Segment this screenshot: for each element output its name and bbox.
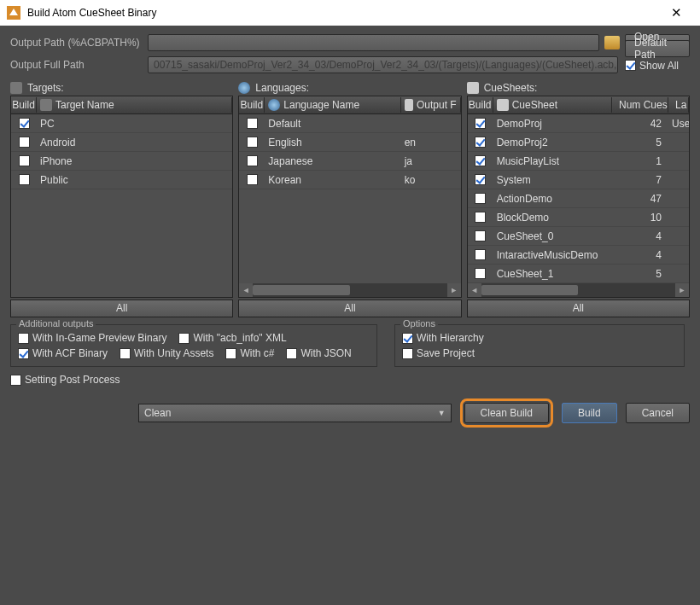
build-checkbox[interactable] <box>11 116 37 131</box>
table-row[interactable]: Public <box>11 171 232 189</box>
build-checkbox[interactable] <box>468 266 493 281</box>
la-cell <box>668 197 689 201</box>
build-checkbox[interactable] <box>468 229 493 243</box>
option-checkbox[interactable]: Save Project <box>402 347 677 359</box>
table-row[interactable]: iPhone <box>11 152 232 171</box>
scroll-right-icon[interactable]: ► <box>675 283 689 297</box>
table-row[interactable]: CueSheet_0 4 <box>468 227 689 246</box>
show-all-checkbox[interactable]: Show All <box>625 60 690 72</box>
scroll-left-icon[interactable]: ◄ <box>239 283 253 297</box>
option-label: Save Project <box>417 347 475 359</box>
build-checkbox[interactable] <box>468 116 493 131</box>
checkbox-icon <box>247 118 258 129</box>
target-name: Android <box>37 135 232 150</box>
table-row[interactable]: CueSheet_1 5 <box>468 265 689 283</box>
table-row[interactable]: MusicPlayList 1 <box>468 152 689 171</box>
app-icon <box>7 6 20 20</box>
cuesheets-icon <box>467 82 479 94</box>
checkbox-icon <box>475 230 486 241</box>
clean-build-button[interactable]: Clean Build <box>464 403 549 423</box>
table-row[interactable]: Japanese ja <box>239 152 460 171</box>
addout-checkbox[interactable]: With c# <box>225 347 274 359</box>
addout-checkbox[interactable]: With JSON <box>286 347 351 359</box>
build-checkbox[interactable] <box>468 210 493 224</box>
cuesheets-all-button[interactable]: All <box>467 300 690 317</box>
table-row[interactable]: System 7 <box>468 171 689 189</box>
checkbox-icon <box>475 212 486 223</box>
cuesheet-name: DemoProj2 <box>493 135 612 150</box>
col-la[interactable]: La <box>668 97 689 113</box>
scroll-thumb[interactable] <box>481 285 579 295</box>
target-name: PC <box>37 116 232 131</box>
cuesheets-panel: CueSheets: Build CueSheet Num Cues La <box>467 82 690 317</box>
col-num-cues[interactable]: Num Cues <box>612 97 668 113</box>
target-name: Public <box>37 172 232 188</box>
num-cues: 5 <box>612 266 668 282</box>
build-checkbox[interactable] <box>239 154 265 168</box>
build-checkbox[interactable] <box>11 172 37 187</box>
la-cell <box>668 272 689 276</box>
cuesheets-hscrollbar[interactable]: ◄ ► <box>468 283 689 297</box>
scroll-thumb[interactable] <box>253 285 350 295</box>
option-label: With Hierarchy <box>417 332 484 344</box>
checkbox-icon <box>475 155 486 166</box>
la-cell <box>668 141 689 144</box>
cuesheet-name: BlockDemo <box>493 210 612 225</box>
col-build[interactable]: Build <box>239 97 265 113</box>
addout-checkbox[interactable]: With In-Game Preview Binary <box>18 332 166 344</box>
col-build[interactable]: Build <box>468 97 493 113</box>
checkbox-icon <box>247 155 258 166</box>
build-checkbox[interactable] <box>468 154 493 168</box>
build-checkbox[interactable] <box>468 247 493 262</box>
num-cues: 4 <box>612 229 668 244</box>
addout-checkbox[interactable]: With Unity Assets <box>120 347 213 359</box>
col-build[interactable]: Build <box>11 97 37 113</box>
table-row[interactable]: ActionDemo 47 <box>468 189 689 208</box>
checkbox-icon <box>402 348 413 359</box>
table-row[interactable]: English en <box>239 133 460 152</box>
addout-checkbox[interactable]: With ACF Binary <box>18 347 108 359</box>
addout-checkbox[interactable]: With "acb_info" XML <box>178 332 286 344</box>
show-all-label: Show All <box>639 60 679 72</box>
default-path-button[interactable]: Default Path <box>625 40 690 57</box>
output-path-input[interactable] <box>148 34 599 51</box>
build-checkbox[interactable] <box>239 172 265 187</box>
table-row[interactable]: Korean ko <box>239 171 460 189</box>
languages-hscrollbar[interactable]: ◄ ► <box>239 283 460 297</box>
build-checkbox[interactable] <box>468 135 493 149</box>
build-checkbox[interactable] <box>468 191 493 206</box>
table-row[interactable]: Default <box>239 114 460 133</box>
num-cues: 1 <box>612 154 668 169</box>
num-cues: 47 <box>612 191 668 207</box>
build-checkbox[interactable] <box>239 135 265 149</box>
col-language-name[interactable]: Language Name <box>265 97 400 113</box>
scroll-left-icon[interactable]: ◄ <box>468 283 481 297</box>
targets-all-button[interactable]: All <box>10 300 233 317</box>
col-target-name[interactable]: Target Name <box>37 97 232 113</box>
table-row[interactable]: Android <box>11 133 232 152</box>
col-output-folder[interactable]: Output F <box>401 97 461 113</box>
clean-combo[interactable]: Clean ▼ <box>138 404 452 422</box>
build-checkbox[interactable] <box>11 135 37 149</box>
table-row[interactable]: IntaractiveMusicDemo 4 <box>468 246 689 265</box>
option-checkbox[interactable]: With Hierarchy <box>402 332 677 344</box>
build-button[interactable]: Build <box>562 403 617 423</box>
num-cues: 42 <box>612 116 668 131</box>
build-checkbox[interactable] <box>11 154 37 168</box>
table-row[interactable]: BlockDemo 10 <box>468 208 689 227</box>
build-checkbox[interactable] <box>468 172 493 187</box>
table-row[interactable]: DemoProj 42 Use <box>468 114 689 133</box>
col-cuesheet[interactable]: CueSheet <box>493 97 612 113</box>
table-row[interactable]: DemoProj2 5 <box>468 133 689 152</box>
languages-all-button[interactable]: All <box>238 300 461 317</box>
table-row[interactable]: PC <box>11 114 232 133</box>
scroll-right-icon[interactable]: ► <box>447 283 461 297</box>
setting-post-process-checkbox[interactable]: Setting Post Process <box>10 374 120 386</box>
cancel-button[interactable]: Cancel <box>626 403 690 423</box>
folder-icon[interactable] <box>604 36 620 49</box>
close-icon[interactable]: ✕ <box>659 5 693 20</box>
additional-outputs-fieldset: Additional outputs With In-Game Preview … <box>10 324 377 367</box>
cuesheet-name: CueSheet_1 <box>493 266 612 282</box>
build-checkbox[interactable] <box>239 116 265 131</box>
output-folder: en <box>401 135 461 150</box>
